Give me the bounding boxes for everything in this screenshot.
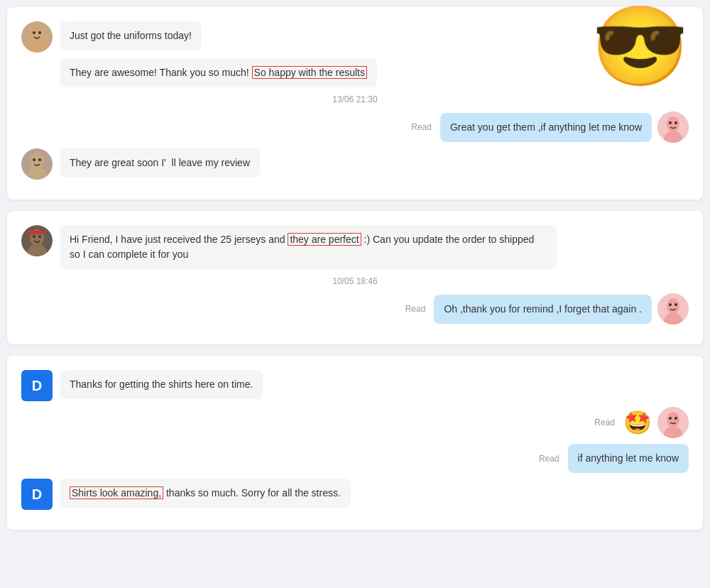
avatar	[21, 148, 53, 180]
message-bubble: Shirts look amazing, thanks so much. Sor…	[60, 479, 351, 508]
svg-point-24	[669, 303, 672, 306]
message-bubble-right: if anything let me know	[568, 444, 689, 473]
conversation-card-1: 😎 Just got the uniforms today! They are …	[7, 7, 703, 200]
message-row: Hi Friend, I have just received the 25 j…	[21, 225, 689, 269]
message-text-plain: They are awesome! Thank you so much!	[70, 67, 252, 78]
message-row-right: Read Oh ,thank you for remind ,I forget …	[21, 293, 689, 325]
message-text: Thanks for getting the shirts here on ti…	[70, 379, 253, 390]
svg-point-13	[33, 158, 36, 161]
message-row: They are awesome! Thank you so much! So …	[21, 58, 689, 87]
message-text: Just got the uniforms today!	[70, 30, 192, 41]
avatar-right	[657, 407, 689, 438]
message-text: Oh ,thank you for remind ,I forget that …	[444, 303, 642, 315]
message-bubble: They are great soon I' ll leave my revie…	[60, 148, 260, 178]
avatar-d: D	[21, 479, 53, 510]
read-label: Read	[539, 454, 559, 464]
message-row: D Thanks for getting the shirts here on …	[21, 370, 689, 401]
message-bubble: Hi Friend, I have just received the 25 j…	[60, 225, 557, 269]
message-bubble: Thanks for getting the shirts here on ti…	[60, 370, 263, 399]
message-text-plain: Hi Friend, I have just received the 25 j…	[70, 234, 288, 245]
message-text-plain: thanks so much. Sorry for all the stress…	[163, 487, 341, 499]
svg-point-19	[38, 235, 41, 238]
message-row-right: Read if anything let me know	[21, 444, 689, 473]
message-bubble-right: Great you get them ,if anything let me k…	[440, 113, 652, 142]
message-text-highlighted: they are perfect	[288, 233, 361, 246]
svg-point-18	[33, 235, 36, 238]
message-text-highlighted: So happy with the results	[252, 66, 367, 79]
avatar-right	[657, 293, 689, 325]
message-text-highlighted: Shirts look amazing,	[70, 486, 163, 499]
avatar-right	[657, 111, 689, 143]
message-bubble: Just got the uniforms today!	[60, 21, 202, 50]
emoji-sticker-1: 😎	[591, 7, 689, 85]
svg-point-27	[667, 412, 679, 428]
message-text: Great you get them ,if anything let me k…	[450, 121, 642, 133]
message-text: They are great soon I' ll leave my revie…	[70, 157, 250, 168]
message-bubble-right: Oh ,thank you for remind ,I forget that …	[434, 295, 652, 324]
message-timestamp: 13/06 21:30	[21, 94, 689, 104]
read-label: Read	[594, 418, 615, 428]
message-row-right: Read Great you get them ,if anything let…	[21, 111, 689, 143]
avatar	[21, 225, 53, 256]
svg-point-22	[667, 298, 679, 314]
emoji-reaction: 🤩	[623, 409, 652, 436]
svg-rect-20	[28, 231, 45, 234]
svg-point-4	[38, 31, 41, 34]
read-label: Read	[411, 122, 432, 132]
message-row-right-emoji: Read 🤩	[21, 407, 689, 438]
read-label: Read	[405, 304, 426, 314]
svg-point-9	[674, 121, 677, 124]
avatar	[21, 21, 53, 53]
message-text: if anything let me know	[578, 452, 679, 464]
svg-point-14	[38, 158, 41, 161]
svg-point-3	[33, 31, 36, 34]
conversation-card-2: Hi Friend, I have just received the 25 j…	[7, 211, 703, 344]
svg-point-25	[674, 303, 677, 306]
message-row: They are great soon I' ll leave my revie…	[21, 148, 689, 180]
svg-point-8	[669, 121, 672, 124]
svg-point-6	[667, 116, 679, 132]
conversation-card-3: D Thanks for getting the shirts here on …	[7, 356, 703, 530]
svg-point-29	[669, 417, 672, 420]
message-row: Just got the uniforms today!	[21, 21, 689, 53]
avatar-d: D	[21, 370, 53, 401]
svg-point-30	[674, 417, 677, 420]
message-row: D Shirts look amazing, thanks so much. S…	[21, 479, 689, 510]
message-bubble: They are awesome! Thank you so much! So …	[60, 58, 377, 87]
message-timestamp: 10/05 18:46	[21, 276, 689, 286]
